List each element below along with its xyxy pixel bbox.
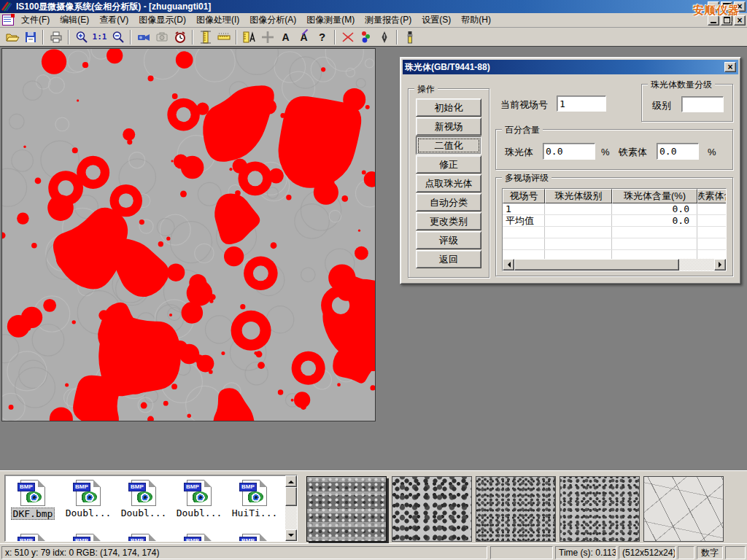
bmp-file-icon: BMP [76,480,101,506]
file-item[interactable]: BMP [117,534,170,542]
scrollbar-track[interactable] [285,506,297,529]
file-name[interactable]: Doubl... [175,508,224,518]
correct-button[interactable]: 修正 [416,155,481,174]
document-icon[interactable] [2,15,14,26]
binarize-button[interactable]: 二值化 [416,136,481,155]
menu-image-process[interactable]: 图像处理(I) [191,12,244,28]
file-item[interactable]: BMP Doubl... [117,480,170,518]
col-field-no[interactable]: 视场号 [503,189,545,203]
file-item[interactable]: BMP [7,534,59,542]
save-button[interactable] [21,29,39,45]
menu-image-analysis[interactable]: 图像分析(A) [244,12,301,28]
col-pearlite-grade[interactable]: 珠光体级别 [545,189,612,203]
video-capture-button[interactable] [134,29,152,45]
file-item[interactable]: BMP DKF.bmp [7,480,59,520]
menu-settings[interactable]: 设置(S) [417,12,456,28]
move-cross-icon [260,30,275,44]
thumbnail-4[interactable] [560,476,640,542]
horizontal-ruler-icon [217,30,231,44]
scroll-right-button[interactable] [714,259,726,271]
scrollbar-thumb[interactable] [514,259,679,271]
zoom-in-button[interactable] [72,29,90,45]
scrollbar-track[interactable] [679,259,714,271]
scroll-left-button[interactable] [503,259,514,271]
toolbar-separator [192,30,193,44]
table-h-scrollbar[interactable] [503,259,726,271]
col-ferrite-content[interactable]: 铁素体含量(%) [697,189,727,203]
file-list[interactable]: BMP DKF.bmp BMP Doubl... BMP Doubl... BM… [4,475,298,542]
pick-pearlite-button[interactable]: 点取珠光体 [416,174,481,192]
table-row[interactable]: 平均值 0.0 [503,215,726,227]
col-pearlite-content[interactable]: 珠光体含量(%) [612,189,697,203]
actual-size-button[interactable]: 1:1 [90,29,109,45]
menu-edit[interactable]: 编辑(E) [55,12,94,28]
caliper-button[interactable] [196,29,214,45]
zoom-out-button[interactable] [109,29,127,45]
scrollbar-thumb[interactable] [285,487,297,506]
help-button[interactable]: ? [313,29,331,45]
bmp-badge: BMP [128,483,146,491]
bmp-badge: BMP [18,483,35,491]
menu-image-display[interactable]: 图像显示(D) [133,12,191,28]
move-tool-button[interactable] [258,29,276,45]
table-row[interactable]: 1 0.0 [503,203,726,215]
open-folder-icon [5,30,20,44]
file-item[interactable]: BMP Doubl... [62,480,115,518]
file-list-scrollbar[interactable] [285,475,297,541]
pen-tool-button[interactable] [375,29,393,45]
status-mode: 数字 [697,546,723,559]
menu-report[interactable]: 测量报告(P) [360,12,417,28]
rating-table[interactable]: 视场号 珠光体级别 珠光体含量(%) 铁素体含量(%) 1 0.0 平均值 0.… [502,188,727,271]
cell-grade [545,203,612,214]
grade-count-legend: 珠光体数量分级 [648,79,715,91]
new-field-button[interactable]: 新视场 [416,117,481,136]
menu-image-measure[interactable]: 图像测量(M) [301,12,360,28]
pearlite-percent-input[interactable] [543,143,595,160]
text-tool-button[interactable]: A [276,29,295,45]
scroll-up-button[interactable] [285,475,297,487]
menu-file[interactable]: 文件(F) [16,12,55,28]
thumbnail-1[interactable] [306,476,387,542]
menu-view[interactable]: 查看(V) [94,12,133,28]
thumbnail-2[interactable] [392,476,472,542]
timer-button[interactable] [171,29,189,45]
file-name[interactable]: Doubl... [120,508,169,518]
file-item[interactable]: BMP Doubl... [173,480,225,518]
return-button[interactable]: 返回 [416,250,481,268]
flashlight-button[interactable] [400,29,419,45]
curve-tool-button[interactable] [338,29,357,45]
dialog-title: 珠光体(GB/T9441-88) [405,61,490,74]
open-file-button[interactable] [3,29,21,45]
grade-input[interactable] [681,96,724,112]
file-name[interactable]: HuiTi... [231,508,279,518]
status-position: x: 510 y: 79 idx: 0 RGB: (174, 174, 174) [1,546,487,559]
change-class-button[interactable]: 更改类别 [416,212,481,230]
classify-points-button[interactable] [357,29,375,45]
file-name[interactable]: DKF.bmp [11,508,55,520]
status-time: Time (s): 0.113 [555,546,616,559]
specimen-image[interactable] [1,48,376,421]
file-item[interactable]: BMP [173,534,225,542]
file-item[interactable]: BMP HuiTi... [228,480,281,518]
ruler-button[interactable] [214,29,233,45]
percent-legend: 百分含量 [502,124,543,136]
thumbnail-3[interactable] [476,476,556,542]
init-button[interactable]: 初始化 [416,98,481,117]
text-edit-button[interactable]: A [295,29,313,45]
current-field-input[interactable] [557,96,606,112]
file-name[interactable]: Doubl... [64,508,113,518]
file-item[interactable]: BMP [62,534,115,542]
ferrite-percent-input[interactable] [657,143,699,160]
file-item[interactable]: BMP [228,534,281,542]
dialog-title-bar[interactable]: 珠光体(GB/T9441-88) [403,60,738,74]
dialog-close-button[interactable] [724,62,736,72]
scroll-down-button[interactable] [285,529,297,541]
auto-classify-button[interactable]: 自动分类 [416,193,481,211]
menu-help[interactable]: 帮助(H) [456,12,496,28]
camera-capture-button[interactable] [152,29,171,45]
measure-text-button[interactable] [240,29,258,45]
rate-button[interactable]: 评级 [416,231,481,249]
print-button[interactable] [47,29,65,45]
floppy-icon [23,30,38,44]
thumbnail-5[interactable] [643,476,724,542]
